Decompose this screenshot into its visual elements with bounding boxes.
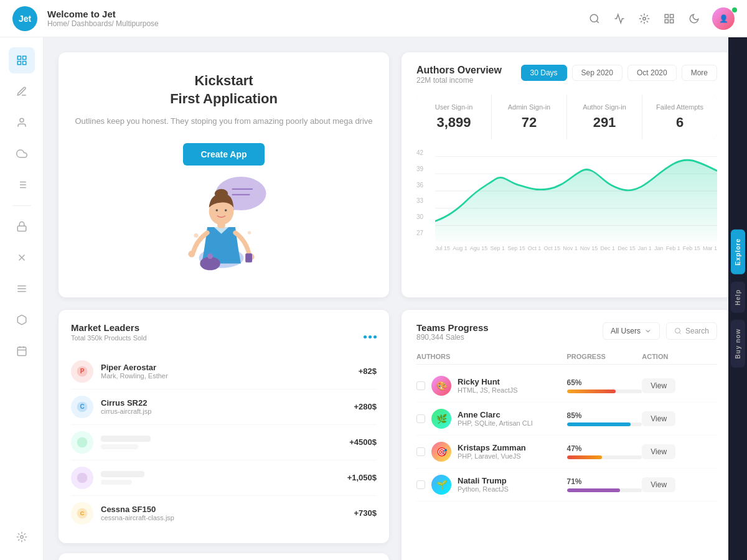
svg-rect-4 <box>665 19 668 22</box>
grid-icon[interactable] <box>662 12 676 26</box>
sidebar-item-edit[interactable] <box>9 78 35 105</box>
app-logo[interactable]: Jet <box>12 6 37 31</box>
team-row-anne: 🌿 Anne Clarc PHP, SQLite, Artisan CLI 85… <box>416 403 717 436</box>
chart-icon[interactable] <box>613 12 626 26</box>
svg-point-27 <box>20 536 23 539</box>
market-item-cessna: C Cessna SF150 cessna-aircraft-class.jsp… <box>71 496 377 531</box>
explore-button[interactable]: Explore <box>731 230 745 274</box>
market-leaders-card: Market Leaders Total 350k Products Sold … <box>59 310 389 543</box>
svg-point-40 <box>224 209 227 212</box>
y-axis-labels: 42 39 36 33 30 27 <box>416 149 434 236</box>
search-icon[interactable] <box>588 12 601 26</box>
view-anne-button[interactable]: View <box>642 411 675 426</box>
avatar[interactable]: 👤 <box>712 7 735 30</box>
sidebar-divider <box>12 205 31 206</box>
kickstart-card: Kickstart First Application Outlines kee… <box>59 52 389 297</box>
stat-admin-signin: Admin Sign-in 72 <box>492 95 566 139</box>
item3-icon <box>71 431 93 454</box>
market-subtitle: Total 350k Products Sold <box>71 334 147 342</box>
dark-mode-icon[interactable] <box>687 12 701 26</box>
svg-rect-23 <box>17 347 26 356</box>
right-panel: Explore Help Buy now <box>728 37 747 560</box>
team-row-kristaps: 🎯 Kristaps Zumman PHP, Laravel, VueJS 47… <box>416 436 717 469</box>
tab-30days[interactable]: 30 Days <box>521 65 567 81</box>
authors-tabs: 30 Days Sep 2020 Oct 2020 More <box>521 65 717 81</box>
tab-sep2020[interactable]: Sep 2020 <box>572 65 622 81</box>
svg-rect-3 <box>670 14 674 17</box>
stats-row: User Sign-in 3,899 Admin Sign-in 72 Auth… <box>416 95 717 139</box>
kristaps-checkbox[interactable] <box>416 447 425 456</box>
authors-overview-card: Authors Overview 22M total income 30 Day… <box>402 52 732 297</box>
create-app-button[interactable]: Create App <box>183 143 264 166</box>
svg-text:C: C <box>80 510 85 516</box>
ricky-checkbox[interactable] <box>416 381 425 390</box>
svg-rect-35 <box>245 253 252 262</box>
sidebar <box>0 37 44 560</box>
team-row-natali: 🌱 Natali Trump Python, ReactJS 71% View <box>416 469 717 502</box>
sidebar-item-close[interactable] <box>9 245 35 271</box>
sidebar-item-menu[interactable] <box>9 276 35 302</box>
stat-failed-attempts: Failed Attempts 6 <box>642 95 717 139</box>
svg-point-55 <box>77 473 88 483</box>
teams-controls: All Users Search <box>603 322 717 340</box>
anne-avatar: 🌿 <box>431 409 451 429</box>
svg-point-33 <box>188 251 195 258</box>
buy-now-button[interactable]: Buy now <box>731 320 745 368</box>
svg-text:C: C <box>80 403 84 410</box>
svg-point-43 <box>194 233 198 238</box>
sidebar-item-cloud[interactable] <box>9 141 35 167</box>
sidebar-item-box[interactable] <box>9 307 35 333</box>
svg-point-44 <box>247 231 250 234</box>
main-content: Kickstart First Application Outlines kee… <box>44 37 747 560</box>
natali-checkbox[interactable] <box>416 480 425 489</box>
online-indicator <box>732 7 737 12</box>
anne-checkbox[interactable] <box>416 414 425 423</box>
svg-rect-6 <box>17 56 21 59</box>
market-more-icon[interactable] <box>364 335 377 338</box>
svg-point-54 <box>77 437 88 448</box>
teams-title: Teams Progress <box>416 322 489 333</box>
view-ricky-button[interactable]: View <box>642 378 675 393</box>
market-title: Market Leaders <box>71 322 147 333</box>
svg-rect-7 <box>22 56 26 59</box>
view-natali-button[interactable]: View <box>642 477 675 492</box>
kristaps-avatar: 🎯 <box>431 442 451 462</box>
authors-header: Authors Overview 22M total income 30 Day… <box>416 65 717 95</box>
authors-subtitle: 22M total income <box>416 76 502 85</box>
tab-oct2020[interactable]: Oct 2020 <box>627 65 677 81</box>
svg-point-39 <box>215 209 218 212</box>
left-bottom: Market Leaders Total 350k Products Sold … <box>59 310 389 560</box>
settings-icon[interactable] <box>637 12 651 26</box>
teams-header-row: Teams Progress 890,344 Sales All Users S… <box>416 322 717 349</box>
sidebar-item-calendar[interactable] <box>9 338 35 364</box>
item4-icon <box>71 467 93 489</box>
market-item-cirrus: C Cirrus SR22 cirrus-aircraft.jsp +280$ <box>71 390 377 425</box>
users-filter[interactable]: All Users <box>603 322 660 340</box>
market-item-piper: P Piper Aerostar Mark, Rowling, Esther +… <box>71 354 377 390</box>
teams-progress-card: Teams Progress 890,344 Sales All Users S… <box>402 310 732 560</box>
svg-rect-5 <box>670 19 674 22</box>
bootstrap-card: B Bootstrap 5 <box>59 553 389 560</box>
sidebar-item-list[interactable] <box>9 172 35 198</box>
svg-point-10 <box>20 118 24 122</box>
svg-point-0 <box>590 14 598 22</box>
teams-subtitle: 890,344 Sales <box>416 333 489 342</box>
bottom-grid: Market Leaders Total 350k Products Sold … <box>59 310 732 560</box>
tab-more[interactable]: More <box>682 65 717 81</box>
sidebar-item-dashboard[interactable] <box>9 47 35 73</box>
x-axis-labels: Jul 15 Aug 1 Agu 15 Sep 1 Sep 15 Oct 1 O… <box>435 243 717 254</box>
sidebar-item-settings[interactable] <box>9 524 35 550</box>
help-button[interactable]: Help <box>731 282 745 313</box>
ricky-avatar: 🎨 <box>431 376 451 396</box>
authors-title: Authors Overview <box>416 65 502 76</box>
view-kristaps-button[interactable]: View <box>642 444 675 459</box>
kickstart-title: Kickstart First Application <box>170 72 278 108</box>
stat-user-signin: User Sign-in 3,899 <box>416 95 491 139</box>
kickstart-illustration <box>168 178 280 278</box>
sidebar-item-user[interactable] <box>9 110 35 136</box>
teams-search[interactable]: Search <box>666 322 717 340</box>
market-header: Market Leaders Total 350k Products Sold <box>71 322 377 352</box>
sidebar-item-lock[interactable] <box>9 213 35 240</box>
svg-point-42 <box>207 253 213 259</box>
piper-icon: P <box>71 360 93 383</box>
